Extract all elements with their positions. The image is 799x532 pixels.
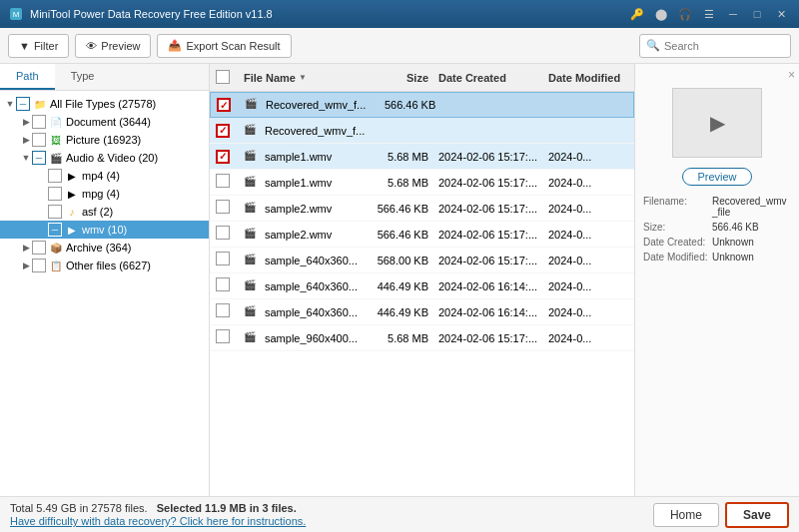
file-checkbox-8[interactable]	[216, 277, 230, 291]
tree-item-archive[interactable]: ▶ 📦 Archive (364)	[0, 239, 209, 257]
help-link[interactable]: Have difficulty with data recovery? Clic…	[10, 515, 647, 527]
file-name-5: sample2.wmv	[265, 203, 359, 215]
checkbox-picture[interactable]	[32, 133, 46, 147]
row-check-6[interactable]	[216, 226, 244, 243]
row-check-7[interactable]	[216, 252, 244, 268]
select-all-checkbox[interactable]	[216, 70, 230, 84]
checkbox-audio-video[interactable]: ─	[32, 151, 46, 165]
row-size-5: 566.46 KB	[359, 203, 438, 215]
row-size-8: 446.49 KB	[359, 280, 438, 292]
tree-item-wmv[interactable]: ▶ ─ ▶ wmv (10)	[0, 221, 209, 239]
archive-icon: 📦	[49, 241, 63, 255]
tree-item-document[interactable]: ▶ 📄 Document (3644)	[0, 113, 209, 131]
tree-item-mp4[interactable]: ▶ ▶ mp4 (4)	[0, 167, 209, 185]
row-date-modified-5: 2024-0...	[548, 203, 628, 215]
table-row[interactable]: 🎬 Recovered_wmv_f...	[210, 118, 634, 144]
filter-button[interactable]: ▼ Filter	[8, 34, 69, 58]
table-row[interactable]: 🎬 sample1.wmv 5.68 MB 2024-02-06 15:17:.…	[210, 144, 634, 170]
menu-icon[interactable]: ☰	[699, 6, 719, 22]
tree-item-all[interactable]: ▼ ─ 📁 All File Types (27578)	[0, 95, 209, 113]
file-icon-wmv-2: 🎬	[244, 124, 258, 138]
table-row[interactable]: 🎬 sample1.wmv 5.68 MB 2024-02-06 15:17:.…	[210, 170, 634, 196]
title-bar: M MiniTool Power Data Recovery Free Edit…	[0, 0, 799, 28]
row-date-modified-9: 2024-0...	[548, 306, 628, 318]
search-input[interactable]	[664, 40, 784, 52]
col-name-header[interactable]: File Name ▼	[244, 72, 359, 84]
file-checkbox-7[interactable]	[216, 252, 230, 266]
file-checkbox-10[interactable]	[216, 329, 230, 343]
row-check-8[interactable]	[216, 277, 244, 294]
row-name-2: 🎬 Recovered_wmv_f...	[244, 124, 365, 138]
home-button[interactable]: Home	[653, 503, 719, 527]
tab-type[interactable]: Type	[55, 64, 111, 90]
table-row[interactable]: 🎬 sample_960x400... 5.68 MB 2024-02-06 1…	[210, 325, 634, 351]
checkbox-other[interactable]	[32, 259, 46, 272]
file-checkbox-5[interactable]	[216, 200, 230, 214]
preview-close-button[interactable]: ×	[788, 68, 795, 82]
checkbox-mp4[interactable]	[48, 169, 62, 183]
file-checkbox-3[interactable]	[216, 150, 230, 164]
table-row[interactable]: 🎬 sample_640x360... 568.00 KB 2024-02-06…	[210, 248, 634, 273]
row-check-9[interactable]	[216, 303, 244, 320]
file-icon-8: 🎬	[244, 279, 258, 293]
row-check-4[interactable]	[216, 174, 244, 191]
circle-icon[interactable]: ⬤	[651, 6, 671, 22]
file-checkbox-9[interactable]	[216, 303, 230, 317]
mp4-icon: ▶	[65, 169, 79, 183]
tree-item-mpg[interactable]: ▶ ▶ mpg (4)	[0, 185, 209, 203]
row-date-created-4: 2024-02-06 15:17:...	[438, 177, 548, 189]
checkbox-archive[interactable]	[32, 241, 46, 255]
left-panel: Path Type ▼ ─ 📁 All File Types (27578) ▶…	[0, 64, 210, 496]
table-row[interactable]: 🎬 sample2.wmv 566.46 KB 2024-02-06 15:17…	[210, 222, 634, 248]
file-checkbox-4[interactable]	[216, 174, 230, 188]
status-bar: Total 5.49 GB in 27578 files. Selected 1…	[0, 496, 799, 532]
sort-arrow-icon: ▼	[299, 73, 307, 82]
minimize-button[interactable]: ─	[723, 6, 743, 22]
row-name-5: 🎬 sample2.wmv	[244, 202, 359, 216]
row-check-3[interactable]	[216, 149, 244, 164]
preview-action-button[interactable]: Preview	[682, 168, 751, 186]
close-button[interactable]: ✕	[771, 6, 791, 22]
export-button[interactable]: 📤 Export Scan Result	[157, 34, 291, 58]
size-row: Size: 566.46 KB	[643, 222, 791, 233]
checkbox-all[interactable]: ─	[16, 97, 30, 111]
table-row[interactable]: 🎬 sample_640x360... 446.49 KB 2024-02-06…	[210, 299, 634, 325]
col-date-modified-header[interactable]: Date Modified	[548, 72, 628, 84]
tree-item-picture[interactable]: ▶ 🖼 Picture (16923)	[0, 131, 209, 149]
table-row[interactable]: 🎬 Recovered_wmv_f... 566.46 KB	[210, 92, 634, 118]
row-check-10[interactable]	[216, 329, 244, 346]
maximize-button[interactable]: □	[747, 6, 767, 22]
file-table-body: 🎬 Recovered_wmv_f... 566.46 KB 🎬 Recover…	[210, 92, 634, 496]
save-button[interactable]: Save	[725, 502, 789, 528]
table-row[interactable]: 🎬 sample_640x360... 446.49 KB 2024-02-06…	[210, 273, 634, 299]
tree-item-other[interactable]: ▶ 📋 Other files (6627)	[0, 257, 209, 274]
checkbox-asf[interactable]	[48, 205, 62, 219]
col-size-header[interactable]: Size	[359, 72, 438, 84]
row-check-1[interactable]	[217, 98, 245, 113]
row-name-4: 🎬 sample1.wmv	[244, 176, 359, 190]
table-row[interactable]: 🎬 sample2.wmv 566.46 KB 2024-02-06 15:17…	[210, 196, 634, 222]
row-size-6: 566.46 KB	[359, 229, 438, 241]
tree-item-audio-video[interactable]: ▼ ─ 🎬 Audio & Video (20)	[0, 149, 209, 167]
row-check-2[interactable]	[216, 123, 244, 138]
file-name-2: Recovered_wmv_f...	[265, 125, 365, 137]
col-date-created-header[interactable]: Date Created	[438, 72, 548, 84]
headphone-icon[interactable]: 🎧	[675, 6, 695, 22]
row-check-5[interactable]	[216, 200, 244, 217]
file-name-6: sample2.wmv	[265, 229, 359, 241]
file-table-header: File Name ▼ Size Date Created Date Modif…	[210, 64, 634, 92]
checkbox-mpg[interactable]	[48, 187, 62, 201]
preview-thumbnail: ▶	[672, 88, 762, 158]
tree-label-mpg: mpg (4)	[82, 188, 120, 200]
tree-item-asf[interactable]: ▶ ♪ asf (2)	[0, 203, 209, 221]
file-checkbox-2[interactable]	[216, 124, 230, 138]
checkbox-document[interactable]	[32, 115, 46, 129]
toolbar: ▼ Filter 👁 Preview 📤 Export Scan Result …	[0, 28, 799, 64]
file-checkbox-6[interactable]	[216, 226, 230, 240]
tab-path[interactable]: Path	[0, 64, 55, 90]
file-checkbox-1[interactable]	[217, 98, 231, 112]
key-icon[interactable]: 🔑	[627, 6, 647, 22]
preview-button[interactable]: 👁 Preview	[75, 34, 151, 58]
file-name-10: sample_960x400...	[265, 332, 359, 344]
checkbox-wmv[interactable]: ─	[48, 223, 62, 237]
